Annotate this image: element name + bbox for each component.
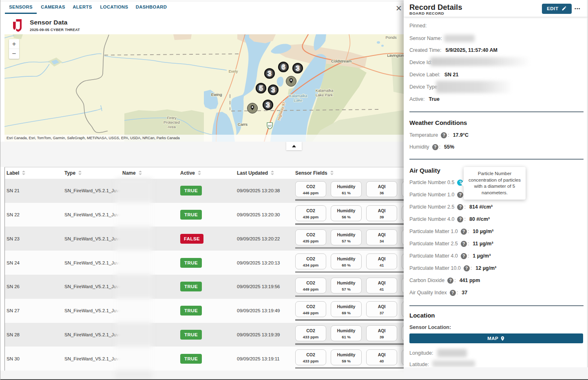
svg-text:Lake Park: Lake Park: [316, 93, 333, 97]
svg-text:Area: Area: [168, 125, 176, 129]
svg-text:5: 5: [259, 84, 263, 92]
svg-text:Carrs: Carrs: [238, 122, 248, 127]
svg-text:Protected: Protected: [164, 120, 180, 124]
svg-text:3: 3: [271, 86, 275, 94]
svg-text:Ponds: Ponds: [386, 35, 397, 40]
svg-text:Evely: Evely: [229, 69, 238, 73]
svg-text:3: 3: [266, 101, 270, 109]
svg-text:Coldstream: Coldstream: [331, 59, 351, 63]
svg-text:97: 97: [268, 124, 272, 128]
svg-text:Kalamalka: Kalamalka: [289, 93, 307, 98]
svg-text:Lake: Lake: [294, 98, 303, 102]
svg-text:Lavington: Lavington: [387, 53, 404, 58]
svg-text:Kalamalka: Kalamalka: [316, 89, 334, 93]
svg-text:3: 3: [296, 64, 299, 72]
svg-text:Ewing: Ewing: [211, 92, 222, 97]
svg-text:6: 6: [281, 63, 285, 71]
svg-text:Fintry: Fintry: [167, 116, 177, 120]
svg-text:3: 3: [267, 70, 271, 78]
